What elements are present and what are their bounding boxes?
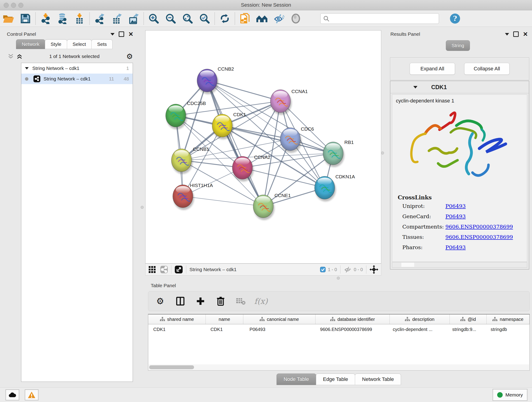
import-table-file-button[interactable] <box>71 12 88 26</box>
table-options-gear-icon[interactable]: ⚙ <box>155 296 165 306</box>
table-cell[interactable]: 9606.ENSP00000378699 <box>315 324 388 334</box>
results-panel-float-button[interactable] <box>513 32 519 37</box>
column-header-database-identifier[interactable]: database identifier <box>316 314 390 324</box>
control-panel-menu-button[interactable] <box>110 33 114 36</box>
network-collection-row[interactable]: String Network – cdk1 1 <box>21 63 133 74</box>
column-header-canonical-name[interactable]: canonical name <box>243 314 316 324</box>
results-panel-close-button[interactable]: ✕ <box>523 32 528 36</box>
scrollbar-thumb[interactable] <box>149 365 194 369</box>
warnings-button[interactable] <box>25 389 38 400</box>
table-cell[interactable]: CDK1 <box>148 324 206 334</box>
crosslink-link[interactable]: 9606.ENSP00000378699 <box>445 224 513 230</box>
gene-collapse-icon[interactable] <box>413 86 418 89</box>
tab-network[interactable]: Network <box>16 39 45 49</box>
tab-sets[interactable]: Sets <box>91 39 113 49</box>
export-image-button[interactable] <box>125 12 142 26</box>
tab-edge-table[interactable]: Edge Table <box>316 374 355 385</box>
node-CCNB1[interactable]: CCNB1 <box>171 147 209 174</box>
show-eye-button[interactable] <box>287 12 304 26</box>
column-header-namespace[interactable]: namespace <box>487 314 530 324</box>
refresh-layout-button[interactable] <box>216 12 233 26</box>
node-HIST1H1A[interactable]: HIST1H1A <box>173 183 213 210</box>
birdseye-view-button[interactable] <box>253 12 270 26</box>
table-row[interactable]: CDK1CDK1P064939606.ENSP00000378699cyclin… <box>148 324 530 334</box>
results-panel-menu-button[interactable] <box>505 33 509 36</box>
edge-HIST1H1A-CCNE1[interactable] <box>183 196 263 206</box>
collection-expand-icon[interactable] <box>25 67 29 70</box>
collapse-all-icon[interactable] <box>8 54 14 59</box>
reposition-crosshair-icon[interactable] <box>370 265 378 274</box>
control-panel-close-button[interactable]: ✕ <box>128 32 133 36</box>
crosslink-link[interactable]: P06493 <box>445 203 466 209</box>
tab-node-table[interactable]: Node Table <box>277 374 316 385</box>
hide-panel-button[interactable] <box>270 12 287 26</box>
function-builder-icon[interactable]: f(x) <box>256 296 266 306</box>
zoom-in-button[interactable] <box>145 12 162 26</box>
node-CCNB2[interactable]: CCNB2 <box>197 66 234 94</box>
create-column-icon[interactable] <box>196 296 206 306</box>
left-splitter-grip[interactable] <box>141 206 144 209</box>
gene-card-scrollbar[interactable] <box>392 262 527 268</box>
import-network-file-button[interactable] <box>37 12 54 26</box>
delete-table-icon[interactable] <box>236 296 246 306</box>
crosslink-link[interactable]: P06493 <box>445 213 466 219</box>
table-cell[interactable]: CDK1 <box>206 324 244 334</box>
node-CCNA2[interactable]: CCNA2 <box>232 154 270 182</box>
collection-label: String Network – cdk1 <box>32 65 79 71</box>
column-header--id[interactable]: @id <box>450 314 487 324</box>
table-cell[interactable]: stringdb:9... <box>447 324 486 334</box>
edge-CCNB2-CCNE1[interactable] <box>207 80 263 206</box>
table-horizontal-scrollbar[interactable] <box>148 364 530 370</box>
save-session-button[interactable] <box>17 12 34 26</box>
import-network-from-database-button[interactable] <box>54 12 71 26</box>
crosslink-link[interactable]: P06493 <box>445 244 466 250</box>
memory-button[interactable]: Memory <box>493 389 527 401</box>
selected-checkbox-icon[interactable] <box>320 267 326 272</box>
network-options-gear-icon[interactable]: ⚙ <box>126 53 133 60</box>
tab-select[interactable]: Select <box>67 39 92 49</box>
network-from-file-button[interactable] <box>236 12 253 26</box>
node-CCNA1[interactable]: CCNA1 <box>270 89 308 115</box>
hidden-eye-slash-icon[interactable] <box>344 266 351 273</box>
control-panel-float-button[interactable] <box>119 32 124 37</box>
delete-column-trash-icon[interactable] <box>215 296 226 306</box>
network-node-count: 11 <box>109 76 114 82</box>
collapse-all-button[interactable]: Collapse All <box>464 63 510 75</box>
export-table-button[interactable] <box>108 12 125 26</box>
gene-detail-header[interactable]: CDK1 <box>390 81 529 93</box>
column-header-label: description <box>412 317 434 322</box>
open-in-new-window-icon[interactable] <box>175 265 183 274</box>
grid-view-icon[interactable] <box>149 266 156 273</box>
zoom-selected-button[interactable] <box>196 12 213 26</box>
network-view[interactable]: CCNB2CCNA1CDC25BCDK1CDC6RB1CCNB1CCNA2CDK… <box>145 30 381 264</box>
expand-all-button[interactable]: Expand All <box>410 63 455 75</box>
bottom-splitter-grip[interactable] <box>337 277 340 280</box>
expand-all-icon[interactable] <box>17 54 22 59</box>
open-session-button[interactable] <box>0 12 17 26</box>
network-row[interactable]: String Network – cdk1 11 48 <box>21 74 133 84</box>
node-CDK1[interactable]: CDK1 <box>212 112 246 139</box>
export-network-button[interactable] <box>91 12 108 26</box>
search-input[interactable] <box>329 16 436 21</box>
share-view-icon[interactable] <box>160 266 168 274</box>
table-cell[interactable]: cyclin-dependent ... <box>388 324 447 334</box>
tab-network-table[interactable]: Network Table <box>355 374 401 385</box>
tab-string[interactable]: String <box>446 40 470 51</box>
column-header-description[interactable]: description <box>390 314 450 324</box>
zoom-fit-button[interactable] <box>179 12 196 26</box>
tab-style[interactable]: Style <box>45 39 67 49</box>
node-CCNE1[interactable]: CCNE1 <box>253 193 291 220</box>
crosslink-label: Uniprot: <box>402 203 445 209</box>
node-CDKN1A[interactable]: CDKN1A <box>315 174 355 201</box>
cloud-status-button[interactable] <box>6 389 19 400</box>
table-cell[interactable]: P06493 <box>244 324 315 334</box>
column-header-shared-name[interactable]: shared name <box>148 314 206 324</box>
zoom-out-button[interactable] <box>162 12 179 26</box>
show-columns-icon[interactable] <box>175 296 185 306</box>
network-canvas[interactable]: CCNB2CCNA1CDC25BCDK1CDC6RB1CCNB1CCNA2CDK… <box>146 31 380 263</box>
crosslink-link[interactable]: 9606.ENSP00000378699 <box>445 234 513 240</box>
help-button[interactable]: ? <box>450 13 460 24</box>
node-RB1[interactable]: RB1 <box>323 140 354 167</box>
table-cell[interactable]: stringdb <box>486 324 530 334</box>
column-header-name[interactable]: name <box>206 314 243 324</box>
